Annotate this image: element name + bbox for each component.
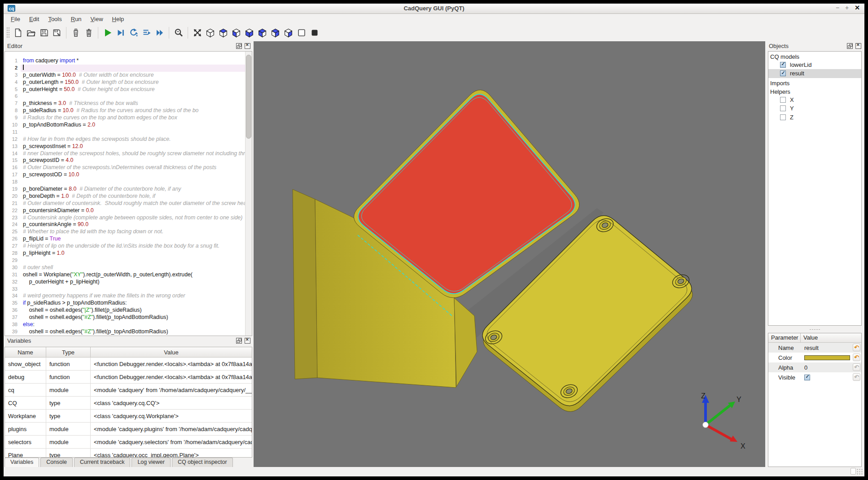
maximize-button[interactable]: + — [845, 4, 849, 11]
table-row[interactable]: cqmodule<module 'cadquery' from '/home/a… — [5, 384, 252, 397]
restart-button[interactable] — [127, 26, 140, 39]
tree-group-helpers[interactable]: Helpers — [768, 87, 861, 96]
parameter-row-name[interactable]: Nameresult↶ — [768, 343, 861, 353]
table-row[interactable]: CQtype<class 'cadquery.cq.CQ'> — [5, 397, 252, 410]
render-button[interactable] — [101, 26, 114, 39]
tab-log-viewer[interactable]: Log viewer — [132, 458, 170, 467]
editor-scrollbar[interactable] — [245, 52, 252, 336]
tree-group-imports[interactable]: Imports — [768, 78, 861, 87]
fit-all-button[interactable] — [191, 26, 204, 39]
shaded-button[interactable] — [308, 26, 321, 39]
table-row[interactable]: selectorsmodule<module 'cadquery.selecto… — [5, 436, 252, 449]
table-row[interactable]: Planetype<class 'cadquery.occ_impl.geom.… — [5, 449, 252, 458]
code-line[interactable]: 8p_sideRadius = 10.0 # Radius for the cu… — [5, 107, 245, 114]
code-line[interactable]: 4p_outerLength = 150.0 # Outer length of… — [5, 79, 245, 86]
code-line[interactable]: 19p_boreDiameter = 8.0 # Diameter of the… — [5, 186, 245, 193]
code-line[interactable]: 14# nner Diameter of the screwpost holes… — [5, 150, 245, 157]
menu-item-view[interactable]: View — [86, 15, 108, 23]
continue-button[interactable] — [153, 26, 166, 39]
code-line[interactable]: 3p_outerWidth = 100.0 # Outer width of b… — [5, 72, 245, 79]
parameter-value[interactable]: result — [801, 345, 861, 351]
code-line[interactable]: 35if p_sideRadius > p_topAndBottomRadius… — [5, 300, 245, 307]
code-line[interactable]: 17p_screwpostOD = 10.0 — [5, 171, 245, 179]
parameter-value[interactable]: 0 — [801, 364, 861, 371]
parameter-row-alpha[interactable]: Alpha0↶ — [768, 362, 861, 372]
view-right-button[interactable] — [282, 26, 295, 39]
code-line[interactable]: 12# How far in from the edges the screwp… — [5, 136, 245, 143]
editor-close-icon[interactable] — [245, 43, 250, 49]
revert-icon[interactable]: ↶ — [853, 344, 860, 351]
code-line[interactable]: 16# Outer Diameter of the screwposts.\nD… — [5, 164, 245, 171]
minimize-button[interactable]: − — [836, 4, 839, 11]
revert-icon[interactable]: ↶ — [853, 353, 860, 361]
visibility-checkbox[interactable] — [780, 62, 786, 68]
code-line[interactable]: 27# Height of lip on the underside of th… — [5, 243, 245, 250]
code-line[interactable]: 18 — [5, 179, 245, 186]
code-line[interactable]: 1from cadquery import * — [5, 57, 245, 65]
visible-checkbox[interactable] — [804, 375, 810, 380]
code-line[interactable]: 32 p_outerHeight + p_lipHeight) — [5, 279, 245, 286]
code-line[interactable]: 9# Radius for the curves on the top and … — [5, 114, 245, 122]
tree-item-lowerlid[interactable]: lowerLid — [768, 61, 861, 70]
objects-float-icon[interactable] — [847, 43, 853, 49]
table-row[interactable]: pluginsmodule<module 'cadquery.plugins' … — [5, 423, 252, 436]
code-line[interactable]: 11 — [5, 129, 245, 136]
step-over-button[interactable] — [140, 26, 153, 39]
code-line[interactable]: 20p_boreDepth = 1.0 # Depth of the count… — [5, 193, 245, 200]
code-line[interactable]: 29 — [5, 257, 245, 264]
code-line[interactable]: 37 oshell = oshell.edges("#Z").fillet(p_… — [5, 314, 245, 321]
view-top-button[interactable] — [217, 26, 230, 39]
code-line[interactable]: 39 oshell = oshell.edges("#Z").fillet(p_… — [5, 328, 245, 336]
visibility-checkbox[interactable] — [780, 97, 786, 103]
editor-scrollbar-thumb[interactable] — [246, 55, 251, 139]
menu-item-run[interactable]: Run — [66, 15, 86, 23]
status-scroll-stub[interactable] — [850, 468, 856, 475]
revert-icon[interactable]: ↶ — [853, 373, 860, 381]
visibility-checkbox[interactable] — [780, 114, 786, 120]
resize-grip-icon[interactable] — [856, 468, 863, 475]
delete-button[interactable] — [82, 26, 95, 39]
menu-item-tools[interactable]: Tools — [44, 15, 66, 23]
menu-item-edit[interactable]: Edit — [25, 15, 44, 23]
tree-group-cq-models[interactable]: CQ models — [768, 52, 861, 61]
close-button[interactable]: ✕ — [855, 4, 860, 11]
save-button[interactable] — [37, 26, 50, 39]
code-line[interactable]: 25# Whether to place the lid with the to… — [5, 228, 245, 236]
save-as-button[interactable] — [50, 26, 63, 39]
code-line[interactable]: 22p_countersinkDiameter = 0.0 — [5, 207, 245, 214]
table-row[interactable]: debugfunction<function Debugger.render.<… — [5, 371, 252, 384]
open-file-button[interactable] — [24, 26, 37, 39]
variables-close-icon[interactable] — [245, 338, 250, 344]
new-file-button[interactable] — [11, 26, 24, 39]
visibility-checkbox[interactable] — [780, 70, 786, 76]
tree-item-y[interactable]: Y — [768, 104, 861, 113]
wireframe-button[interactable] — [295, 26, 308, 39]
parameter-row-visible[interactable]: Visible↶ — [768, 372, 861, 382]
dock-splitter[interactable] — [768, 326, 862, 333]
tab-current-traceback[interactable]: Current traceback — [74, 458, 130, 467]
view-front-button[interactable] — [243, 26, 256, 39]
variables-float-icon[interactable] — [236, 338, 242, 344]
tab-cq-object-inspector[interactable]: CQ object inspector — [172, 458, 233, 467]
code-line[interactable]: 28p_lipHeight = 1.0 — [5, 250, 245, 257]
tree-item-x[interactable]: X — [768, 96, 861, 105]
tree-item-result[interactable]: result — [768, 69, 861, 78]
code-line[interactable]: 26p_flipLid = True — [5, 236, 245, 243]
code-editor[interactable]: 1from cadquery import *23p_outerWidth = … — [4, 51, 252, 336]
view-back-button[interactable] — [256, 26, 269, 39]
code-line[interactable]: 34# weird geometry happens if we make th… — [5, 292, 245, 300]
objects-close-icon[interactable] — [855, 43, 861, 49]
code-line[interactable]: 30# outer shell — [5, 264, 245, 271]
parameter-value[interactable] — [801, 355, 861, 360]
toolbar-drag-handle[interactable] — [6, 27, 9, 39]
editor-float-icon[interactable] — [236, 43, 242, 49]
clear-script-button[interactable] — [69, 26, 82, 39]
color-swatch[interactable] — [804, 355, 850, 360]
code-line[interactable]: 24p_countersinkAngle = 90.0 — [5, 221, 245, 228]
visibility-checkbox[interactable] — [780, 105, 786, 111]
code-line[interactable]: 31oshell = Workplane("XY").rect(p_outerW… — [5, 271, 245, 279]
view-bottom-button[interactable] — [230, 26, 243, 39]
code-line[interactable]: 10p_topAndBottomRadius = 2.0 — [5, 122, 245, 129]
tree-item-z[interactable]: Z — [768, 113, 861, 122]
revert-icon[interactable]: ↶ — [853, 363, 860, 371]
